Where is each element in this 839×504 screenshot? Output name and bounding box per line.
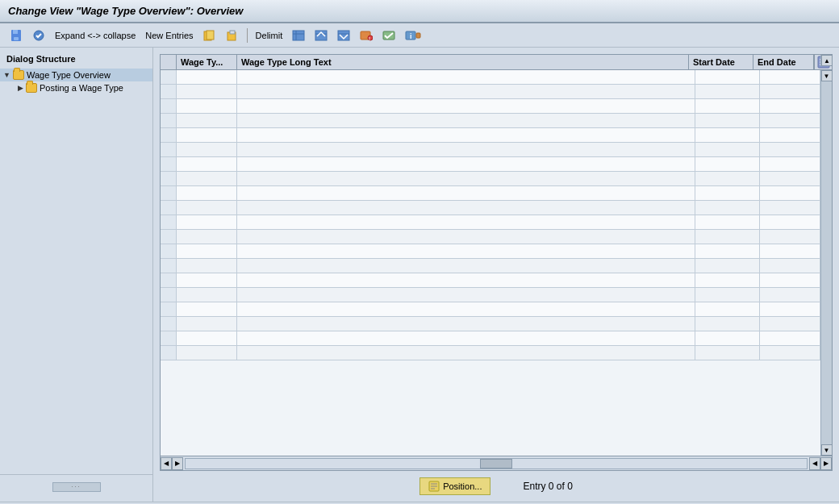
svg-rect-7 bbox=[230, 31, 235, 34]
table-row[interactable] bbox=[161, 331, 820, 346]
save-button[interactable] bbox=[6, 27, 26, 44]
tree-arrow-2: ▶ bbox=[18, 84, 23, 92]
h-scroll-thumb bbox=[480, 459, 512, 469]
col-select-header bbox=[161, 55, 177, 69]
table-scroll-wrapper: ▼ ▼ bbox=[161, 70, 832, 456]
horizontal-scrollbar[interactable] bbox=[185, 458, 808, 469]
table-row[interactable] bbox=[161, 128, 820, 143]
dialog-panel: Dialog Structure ▼ Wage Type Overview ▶ … bbox=[0, 48, 153, 502]
new-entries-button[interactable]: New Entries bbox=[142, 29, 196, 42]
h-scroll-left-btn[interactable]: ◀ bbox=[161, 457, 172, 470]
icon-btn-1[interactable] bbox=[289, 28, 308, 43]
svg-text:!: ! bbox=[369, 36, 370, 41]
separator-1 bbox=[247, 28, 248, 43]
table-row[interactable] bbox=[161, 288, 820, 302]
horizontal-scroll-area: ◀ ▶ ◀ ▶ bbox=[161, 456, 832, 470]
toolbar: Expand <-> collapse New Entries Delimit bbox=[0, 23, 839, 48]
icon-btn-3[interactable] bbox=[334, 28, 353, 43]
table-row[interactable] bbox=[161, 186, 820, 201]
table-row[interactable] bbox=[161, 346, 820, 360]
svg-rect-1 bbox=[13, 30, 18, 34]
col-header-start-date: Start Date bbox=[689, 55, 753, 69]
vertical-scrollbar[interactable]: ▼ ▼ bbox=[820, 70, 832, 456]
table-row[interactable] bbox=[161, 99, 820, 114]
scroll-down-btn[interactable]: ▼ bbox=[821, 70, 833, 81]
table-row[interactable] bbox=[161, 244, 820, 259]
scroll-track bbox=[821, 81, 832, 444]
content-area: Wage Ty... Wage Type Long Text Start Dat… bbox=[153, 48, 839, 502]
table-row[interactable] bbox=[161, 230, 820, 244]
tree-item-posting[interactable]: ▶ Posting a Wage Type bbox=[0, 81, 152, 94]
scroll-down-end-btn[interactable]: ▼ bbox=[821, 444, 833, 456]
tree-arrow-1: ▼ bbox=[3, 71, 10, 79]
main-area: Dialog Structure ▼ Wage Type Overview ▶ … bbox=[0, 48, 839, 502]
folder-icon-2 bbox=[26, 83, 37, 93]
tree-label-1: Wage Type Overview bbox=[27, 70, 111, 80]
svg-text:i: i bbox=[410, 32, 412, 40]
tree-item-wage-type-overview[interactable]: ▼ Wage Type Overview bbox=[0, 69, 152, 81]
expand-collapse-button[interactable]: Expand <-> collapse bbox=[52, 29, 139, 42]
table-row[interactable] bbox=[161, 317, 820, 331]
tree-label-2: Posting a Wage Type bbox=[40, 83, 123, 93]
paste-button[interactable] bbox=[223, 28, 242, 43]
table-row[interactable] bbox=[161, 302, 820, 317]
position-button-label: Position... bbox=[443, 481, 482, 491]
table-row[interactable] bbox=[161, 215, 820, 230]
table-row[interactable] bbox=[161, 201, 820, 215]
page-title: Change View "Wage Type Overview": Overvi… bbox=[8, 5, 243, 17]
col-header-long-text: Wage Type Long Text bbox=[237, 55, 689, 69]
info-button[interactable]: i bbox=[402, 28, 424, 43]
position-button[interactable]: Position... bbox=[420, 477, 490, 495]
col-header-end-date: End Date bbox=[753, 55, 814, 69]
svg-rect-21 bbox=[416, 33, 420, 38]
table-row[interactable] bbox=[161, 172, 820, 186]
icon-btn-4[interactable]: ! bbox=[357, 28, 376, 43]
table-row[interactable] bbox=[161, 85, 820, 99]
table-row[interactable] bbox=[161, 143, 820, 157]
delimit-button[interactable]: Delimit bbox=[253, 29, 286, 42]
data-table: Wage Ty... Wage Type Long Text Start Dat… bbox=[160, 54, 833, 471]
col-header-wage-type: Wage Ty... bbox=[177, 55, 237, 69]
icon-btn-5[interactable] bbox=[379, 28, 399, 43]
table-row[interactable] bbox=[161, 259, 820, 273]
scroll-up-btn[interactable]: ▲ bbox=[821, 55, 833, 66]
table-row[interactable] bbox=[161, 70, 820, 85]
copy-button[interactable] bbox=[200, 28, 219, 43]
table-row[interactable] bbox=[161, 273, 820, 288]
table-row[interactable] bbox=[161, 157, 820, 172]
h-scroll-end-right-btn[interactable]: ▶ bbox=[820, 457, 832, 470]
h-scroll-end-left-btn[interactable]: ◀ bbox=[809, 457, 820, 470]
check-button[interactable] bbox=[29, 27, 48, 44]
dialog-panel-title: Dialog Structure bbox=[0, 51, 152, 69]
entry-count: Entry 0 of 0 bbox=[523, 481, 572, 492]
svg-rect-5 bbox=[207, 31, 214, 40]
icon-btn-2[interactable] bbox=[311, 28, 331, 43]
svg-rect-2 bbox=[14, 37, 19, 40]
h-scroll-right-btn[interactable]: ▶ bbox=[172, 457, 183, 470]
svg-rect-8 bbox=[293, 31, 304, 40]
table-body bbox=[161, 70, 820, 456]
title-bar: Change View "Wage Type Overview": Overvi… bbox=[0, 0, 839, 23]
table-row[interactable] bbox=[161, 114, 820, 128]
folder-icon-1 bbox=[13, 70, 24, 80]
table-header: Wage Ty... Wage Type Long Text Start Dat… bbox=[161, 55, 832, 70]
